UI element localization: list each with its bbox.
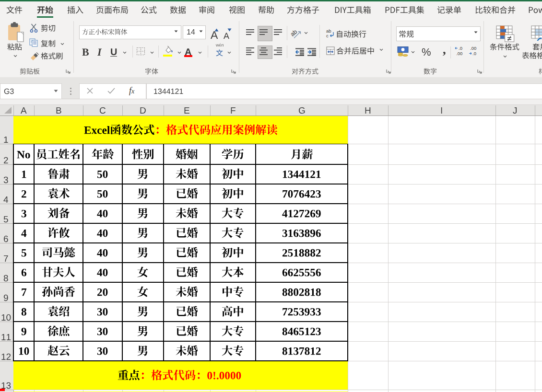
svg-text:.00: .00 <box>456 51 462 56</box>
svg-text:.0: .0 <box>459 46 462 51</box>
svg-text:ab: ab <box>291 28 298 38</box>
svg-text:c: c <box>326 33 329 38</box>
svg-text:.0: .0 <box>472 51 476 56</box>
svg-text:.00: .00 <box>470 46 476 51</box>
